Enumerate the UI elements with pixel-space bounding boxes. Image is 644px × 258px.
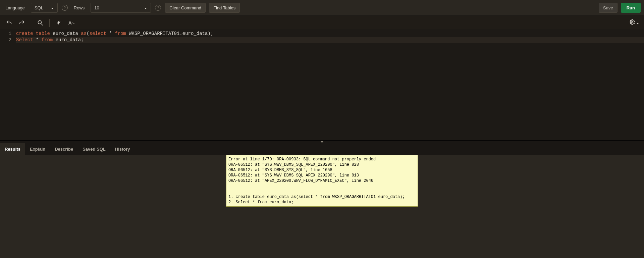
divider — [49, 19, 50, 27]
rows-value: 10 — [94, 5, 99, 10]
help-icon[interactable]: ? — [62, 5, 68, 11]
redo-button[interactable] — [16, 17, 28, 29]
tab-results[interactable]: Results — [0, 143, 25, 155]
find-tables-button[interactable]: Find Tables — [209, 3, 240, 13]
line-gutter: 12 — [0, 30, 16, 43]
svg-point-0 — [38, 20, 41, 24]
svg-point-2 — [632, 21, 633, 23]
gear-icon — [629, 19, 635, 26]
save-button[interactable]: Save — [599, 3, 618, 13]
language-label: Language — [3, 5, 27, 10]
splitter-bar[interactable] — [0, 140, 644, 143]
undo-button[interactable] — [3, 17, 15, 29]
editor-toolbar: AA.. — [0, 16, 644, 30]
clear-command-button[interactable]: Clear Command — [165, 3, 206, 13]
tab-history[interactable]: History — [110, 143, 135, 155]
tab-describe[interactable]: Describe — [50, 143, 78, 155]
help-icon[interactable]: ? — [155, 5, 161, 11]
result-tabs: ResultsExplainDescribeSaved SQLHistory — [0, 143, 644, 155]
chevron-down-icon — [51, 6, 54, 9]
code-editor[interactable]: 12 create table euro_data as(select * fr… — [0, 30, 644, 140]
svg-line-1 — [41, 23, 43, 25]
language-select[interactable]: SQL — [31, 3, 58, 13]
code-body[interactable]: create table euro_data as(select * from … — [16, 30, 644, 43]
rows-select[interactable]: 10 — [91, 3, 151, 13]
splitter-handle-icon[interactable] — [318, 141, 326, 143]
error-message: Error at line 1/70: ORA-00933: SQL comma… — [226, 155, 418, 207]
search-button[interactable] — [35, 17, 46, 29]
settings-button[interactable] — [628, 19, 641, 26]
run-button[interactable]: Run — [621, 3, 641, 13]
text-size-button[interactable]: AA.. — [66, 17, 77, 29]
tab-saved-sql[interactable]: Saved SQL — [78, 143, 110, 155]
language-value: SQL — [35, 5, 43, 10]
tab-explain[interactable]: Explain — [25, 143, 50, 155]
autocomplete-button[interactable] — [53, 17, 64, 29]
results-body: Error at line 1/70: ORA-00933: SQL comma… — [0, 155, 644, 258]
chevron-down-icon — [636, 21, 639, 24]
main-toolbar: Language SQL ? Rows 10 ? Clear Command F… — [0, 0, 644, 16]
rows-label: Rows — [72, 5, 87, 10]
divider — [31, 19, 31, 27]
chevron-down-icon — [144, 6, 147, 9]
